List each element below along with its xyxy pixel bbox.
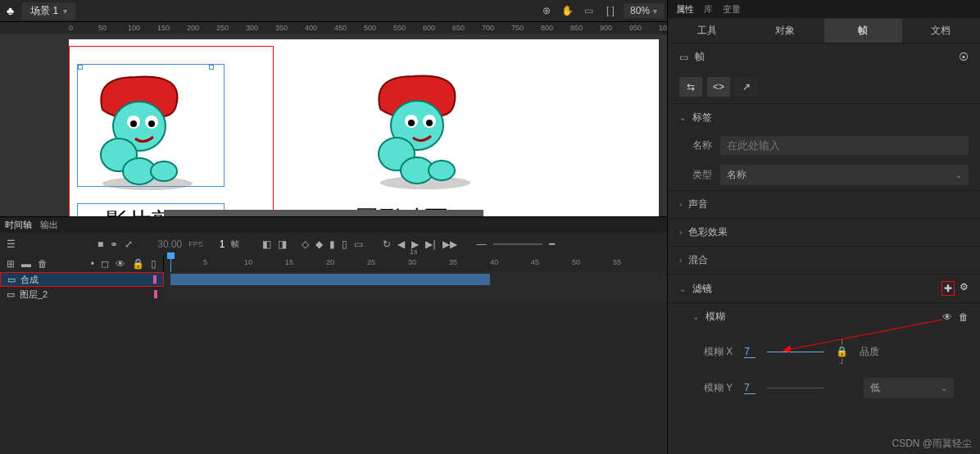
svg-point-17 — [426, 120, 433, 126]
scene-dropdown[interactable]: 场景 1 ▾ — [22, 2, 75, 20]
app-logo-icon: ♣ — [3, 4, 17, 17]
eye-icon[interactable]: 👁 — [942, 311, 952, 323]
eye-icon[interactable]: 👁 — [116, 258, 125, 270]
kf3-icon[interactable]: ▮ — [329, 238, 335, 250]
link-lock-icon[interactable]: 🔒 — [836, 346, 848, 357]
code-icon[interactable]: <> — [707, 77, 730, 97]
onion-icon[interactable]: ◧ — [262, 238, 271, 250]
link-icon[interactable]: ⚭ — [110, 238, 118, 250]
kf2-icon[interactable]: ◆ — [315, 238, 323, 250]
filter-blur-text: 模糊 — [706, 310, 725, 324]
outline-icon[interactable]: ◻ — [101, 258, 109, 270]
trash-icon[interactable]: 🗑 — [38, 258, 48, 270]
folder-icon[interactable]: ▬ — [21, 258, 31, 270]
zoom-dropdown[interactable]: 80% ▾ — [624, 3, 664, 18]
blur-x-slider[interactable] — [767, 352, 824, 352]
svg-point-6 — [130, 120, 137, 127]
hand-icon[interactable]: ✋ — [560, 2, 576, 19]
type-label: 类型 — [692, 168, 712, 182]
chevron-down-icon: ▾ — [63, 7, 67, 16]
tab-output[interactable]: 输出 — [40, 219, 58, 231]
section-label-text: 标签 — [692, 111, 712, 125]
layer-icon: ▭ — [7, 275, 16, 285]
chevron-right-icon: › — [679, 256, 682, 265]
layer-cell[interactable]: ▭ 合成 — [0, 272, 164, 287]
loop-icon[interactable]: ↻ — [383, 238, 391, 250]
track[interactable] — [164, 287, 667, 302]
tab-object[interactable]: 对象 — [746, 19, 823, 43]
field-type: 类型 名称 ⌄ — [668, 160, 980, 190]
field-blur-y: 模糊 Y 7 低 ⌄ — [668, 373, 980, 403]
playhead[interactable] — [170, 256, 171, 272]
panel-header-tabs: 属性 库 变量 — [668, 0, 980, 18]
horizontal-ruler: 0501001502002503003504004505005506006507… — [0, 21, 667, 34]
target-icon[interactable]: ⊕ — [538, 2, 555, 19]
stage[interactable]: 影片剪辑 图 — [69, 39, 659, 216]
next-icon[interactable]: ▶| — [425, 238, 435, 250]
horizontal-scrollbar[interactable] — [164, 210, 483, 216]
bracket-icon[interactable]: [ ] — [602, 2, 619, 19]
track[interactable] — [164, 272, 667, 287]
section-label[interactable]: ⌄ 标签 — [668, 103, 980, 131]
filter-blur[interactable]: ⌄ 模糊 👁 🗑 — [668, 302, 980, 330]
blur-x-value[interactable]: 7 — [744, 346, 755, 358]
kf1-icon[interactable]: ◇ — [302, 238, 309, 250]
section-blend[interactable]: › 混合 — [668, 246, 980, 274]
layer-row-layer2[interactable]: ▭ 图层_2 — [0, 287, 667, 302]
graphic-instance[interactable] — [356, 64, 487, 197]
panel-tabs: 工具 对象 帧 文档 — [668, 18, 980, 43]
zoom-out-icon[interactable]: — — [477, 238, 487, 250]
timeline-clip[interactable] — [170, 274, 490, 285]
blur-y-value[interactable]: 7 — [744, 382, 755, 394]
tab-timeline[interactable]: 时间轴 — [5, 219, 32, 231]
zoom-slider[interactable] — [493, 243, 542, 245]
name-input[interactable] — [720, 136, 969, 155]
fps-value[interactable]: 30.00 — [157, 238, 182, 250]
zoom-in-icon[interactable]: ━ — [549, 238, 555, 250]
top-toolbar: ♣ 场景 1 ▾ ⊕ ✋ ▭ [ ] 80% ▾ — [0, 0, 667, 21]
camera-icon[interactable]: ■ — [98, 238, 103, 250]
layer-row-compose[interactable]: ▭ 合成 — [0, 272, 667, 287]
blur-y-slider[interactable] — [767, 388, 824, 388]
second-marker: 1s — [410, 247, 418, 256]
type-select[interactable]: 名称 ⌄ — [720, 165, 969, 185]
gear-icon[interactable]: ⚙ — [960, 281, 969, 296]
layer-cell[interactable]: ▭ 图层_2 — [0, 287, 164, 302]
graph-icon[interactable]: ⤢ — [125, 238, 133, 250]
lock-icon[interactable]: 🔒 — [132, 258, 144, 270]
add-layer-icon[interactable]: ⊞ — [7, 258, 15, 270]
section-color[interactable]: › 色彩效果 — [668, 218, 980, 246]
timeline-ruler[interactable]: 1s 510152025303540455055 — [164, 256, 667, 272]
svg-point-4 — [151, 161, 177, 181]
selection-box[interactable] — [77, 64, 225, 187]
end-icon[interactable]: ▶▶ — [442, 238, 457, 250]
dot-icon[interactable]: • — [91, 258, 94, 270]
kf5-icon[interactable]: ▭ — [354, 238, 363, 250]
quality-select[interactable]: 低 ⌄ — [864, 378, 954, 398]
keyframe-mark — [153, 275, 157, 284]
header-tab-lib[interactable]: 库 — [704, 3, 713, 16]
header-tab-props[interactable]: 属性 — [676, 3, 694, 16]
kf4-icon[interactable]: ▯ — [342, 238, 347, 250]
canvas-area[interactable]: 影片剪辑 图 — [0, 34, 667, 216]
prev-icon[interactable]: ◀ — [397, 238, 405, 250]
section-filter[interactable]: ⌄ 滤镜 ✚ ⚙ — [668, 274, 980, 302]
swap-icon[interactable]: ⇆ — [679, 77, 702, 97]
trash-icon[interactable]: 🗑 — [959, 311, 969, 323]
tab-frame[interactable]: 帧 — [824, 19, 902, 43]
rect-icon[interactable]: ▭ — [581, 2, 597, 19]
onion2-icon[interactable]: ◨ — [278, 238, 287, 250]
tab-document[interactable]: 文档 — [902, 19, 980, 43]
layers-icon[interactable]: ☰ — [7, 238, 16, 250]
keyframe-mark — [154, 290, 157, 298]
frame-number[interactable]: 1 — [220, 238, 225, 250]
tab-tool[interactable]: 工具 — [668, 19, 746, 43]
chevron-down-icon: ⌄ — [941, 384, 947, 393]
add-filter-button[interactable]: ✚ — [941, 281, 955, 296]
chevron-right-icon: › — [679, 200, 682, 209]
header-tab-vars[interactable]: 变量 — [723, 3, 741, 16]
graphic-image — [356, 64, 487, 195]
guide-icon[interactable]: ▯ — [151, 258, 157, 270]
popout-icon[interactable]: ⦿ — [959, 52, 969, 63]
section-sound[interactable]: › 声音 — [668, 190, 980, 218]
